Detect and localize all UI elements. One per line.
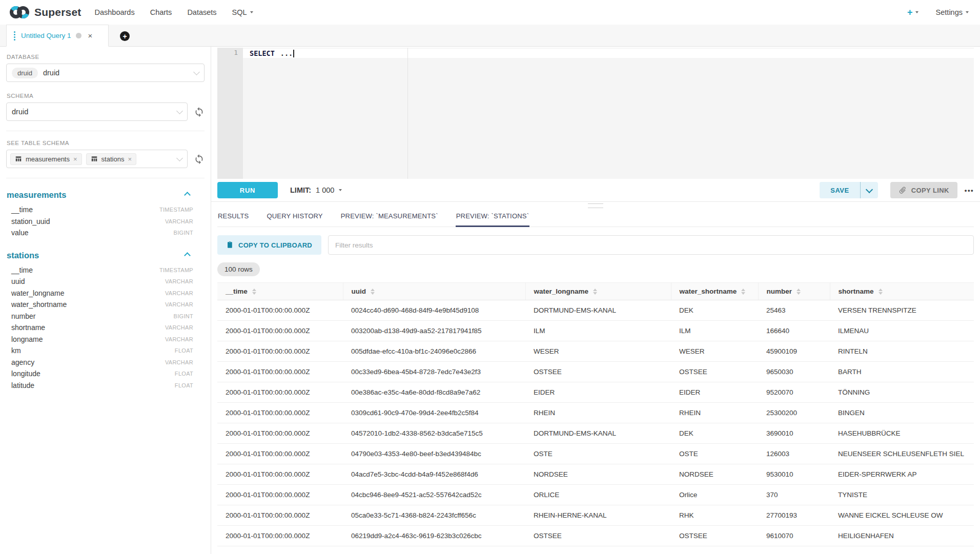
sql-keyword: SELECT (250, 49, 275, 57)
cell-water-longname: OSTE (525, 444, 671, 464)
top-navbar: Superset Dashboards Charts Datasets SQL … (0, 0, 980, 25)
sql-code-editor[interactable]: 1 SELECT ... (217, 48, 974, 179)
refresh-tables-button[interactable] (194, 154, 205, 165)
cell-uuid: 04572010-1db2-4338-8562-b3dca5e715c5 (343, 423, 525, 444)
cell-shortname: ILMENAU (830, 321, 974, 341)
caret-down-icon (966, 11, 969, 13)
results-tab[interactable]: QUERY HISTORY (266, 209, 323, 227)
more-options-button[interactable]: ••• (965, 187, 974, 194)
cell-water-longname: WESER (525, 341, 671, 362)
cell-number: 25300200 (758, 403, 830, 423)
editor-active-line: SELECT ... (243, 49, 974, 58)
column-name: __time (11, 266, 33, 274)
chevron-down-icon (193, 69, 200, 75)
cell-water-longname: RHEIN (525, 403, 671, 423)
schema-column-row: number BIGINT (11, 311, 193, 322)
database-select[interactable]: druid druid (6, 64, 205, 82)
refresh-schema-button[interactable] (194, 107, 205, 117)
column-name: latitude (11, 381, 34, 389)
query-tab[interactable]: Untitled Query 1 × (6, 25, 109, 47)
cell-time: 2000-01-01T00:00:00.000Z (217, 321, 343, 341)
column-header-label: __time (226, 288, 248, 295)
column-name: station_uuid (11, 217, 50, 225)
sort-arrows-icon[interactable] (879, 289, 883, 295)
table-header-cell[interactable]: water_shortname (671, 283, 758, 300)
schema-column-row: station_uuid VARCHAR (11, 216, 193, 228)
column-type: TIMESTAMP (159, 267, 193, 273)
table-pill-stations[interactable]: stations × (86, 153, 136, 165)
results-controls: COPY TO CLIPBOARD (217, 235, 974, 255)
cell-water-longname: RHEIN-HERNE-KANAL (525, 505, 671, 526)
editor-code-area[interactable]: SELECT ... (243, 48, 974, 179)
measurements-columns: __time TIMESTAMP station_uuid VARCHAR va… (6, 204, 205, 239)
cell-uuid: 04acd7e5-3cbc-4cdd-b4a9-f452e868f4d6 (343, 464, 525, 485)
sort-arrows-icon[interactable] (741, 289, 745, 295)
close-icon[interactable]: × (73, 155, 77, 163)
database-label: DATABASE (7, 54, 205, 60)
column-header-label: uuid (352, 288, 366, 295)
schema-select[interactable]: druid (6, 102, 188, 121)
schema-column-row: water_shortname VARCHAR (11, 299, 193, 311)
results-area: RESULTS QUERY HISTORY PREVIEW: `MEASUREM… (211, 209, 980, 554)
cell-shortname: TÖNNING (830, 382, 974, 403)
schema-column-row: __time TIMESTAMP (11, 264, 193, 276)
paperclip-icon (896, 184, 908, 196)
results-tab[interactable]: PREVIEW: `STATIONS` (456, 209, 529, 227)
cell-water-shortname: Orlice (671, 485, 758, 505)
cell-water-shortname: RHEIN (671, 403, 758, 423)
drag-handle-icon[interactable] (588, 203, 603, 208)
copy-link-button[interactable]: COPY LINK (890, 182, 957, 198)
column-header-label: shortname (839, 288, 874, 295)
close-icon[interactable]: × (88, 31, 93, 40)
sql-lab-sidebar: DATABASE druid druid SCHEMA druid (0, 47, 211, 554)
sort-arrows-icon[interactable] (371, 289, 375, 295)
sort-arrows-icon[interactable] (797, 289, 801, 295)
cell-water-shortname: ILM (671, 321, 758, 341)
brand[interactable]: Superset (9, 5, 81, 20)
copy-to-clipboard-button[interactable]: COPY TO CLIPBOARD (217, 235, 321, 255)
chevron-up-icon[interactable] (184, 192, 191, 198)
table-pill-measurements[interactable]: measurements × (10, 153, 82, 165)
save-options-button[interactable] (860, 182, 878, 198)
nav-item-sql[interactable]: SQL (232, 8, 253, 16)
table-header-cell[interactable]: shortname (830, 283, 974, 300)
filter-results-input[interactable] (328, 235, 974, 255)
cell-water-longname: DORTMUND-EMS-KANAL (525, 423, 671, 444)
run-button[interactable]: RUN (217, 182, 278, 198)
query-tabbar: Untitled Query 1 × + (0, 25, 980, 47)
schema-column-row: agency VARCHAR (11, 357, 193, 368)
chevron-down-icon (176, 155, 183, 161)
table-header-cell[interactable]: water_longname (525, 283, 671, 300)
see-table-schema-label: SEE TABLE SCHEMA (7, 140, 205, 146)
table-header-cell[interactable]: uuid (343, 283, 525, 300)
chevron-up-icon[interactable] (184, 252, 191, 259)
nav-item-charts[interactable]: Charts (150, 8, 172, 16)
settings-menu[interactable]: Settings (936, 8, 969, 16)
sort-arrows-icon[interactable] (252, 289, 256, 295)
caret-down-icon (915, 11, 918, 13)
cell-water-shortname: DEK (671, 423, 758, 444)
nav-item-datasets[interactable]: Datasets (187, 8, 216, 16)
cell-water-longname: DORTMUND-EMS-KANAL (525, 300, 671, 321)
cell-water-longname: ORLICE (525, 485, 671, 505)
table-header-cell[interactable]: __time (217, 283, 343, 300)
column-name: number (11, 312, 35, 320)
save-button[interactable]: SAVE (820, 182, 860, 198)
results-tab[interactable]: RESULTS (217, 209, 249, 227)
table-header-cell[interactable]: number (758, 283, 830, 300)
results-tab[interactable]: PREVIEW: `MEASUREMENTS` (340, 209, 439, 227)
add-tab-button[interactable]: + (120, 31, 130, 41)
nav-item-dashboards[interactable]: Dashboards (94, 8, 134, 16)
table-row: 2000-01-01T00:00:00.000Z 04cbc946-8ee9-4… (217, 485, 974, 505)
drag-dots-icon[interactable] (14, 34, 15, 35)
sort-arrows-icon[interactable] (593, 289, 597, 295)
table-schema-select[interactable]: measurements × stations × (6, 150, 188, 168)
resize-strip (211, 202, 980, 209)
sql-editor-panel: 1 SELECT ... RUN LIMIT: 1 000 (211, 47, 980, 554)
close-icon[interactable]: × (128, 155, 132, 163)
query-tab-label: Untitled Query 1 (21, 32, 71, 39)
new-item-button[interactable]: + (907, 7, 918, 18)
column-type: TIMESTAMP (159, 207, 193, 213)
limit-dropdown[interactable]: LIMIT: 1 000 (290, 186, 342, 194)
column-type: VARCHAR (165, 218, 193, 224)
